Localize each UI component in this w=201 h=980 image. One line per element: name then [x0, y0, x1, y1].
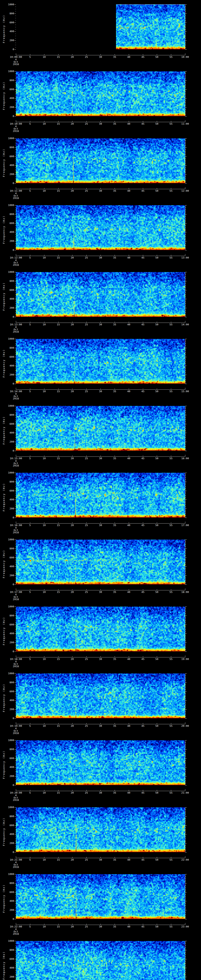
y-tick-label: 0 [5, 115, 14, 118]
time-tick-label: 20 [69, 524, 76, 527]
y-tick-label: 400 [5, 97, 14, 99]
y-minor-tick-right [185, 437, 186, 438]
y-tick-label: 0 [5, 918, 14, 920]
time-tick-label: 10 [41, 190, 48, 192]
time-tick-label: 15 [55, 524, 62, 527]
time-tick [171, 188, 171, 189]
time-tick-label: 20 [69, 926, 76, 928]
y-tick-label: 1000 [5, 137, 14, 140]
y-major-tick-right [185, 616, 187, 616]
y-major-tick [14, 633, 16, 634]
time-tick-label: 35 [111, 524, 118, 527]
y-tick-label: 600 [5, 557, 14, 559]
time-tick [44, 455, 45, 457]
y-tick-label: 200 [5, 574, 14, 577]
y-tick-label: 0 [5, 583, 14, 585]
y-major-tick-right [185, 424, 187, 424]
time-tick [171, 255, 171, 256]
y-minor-tick-right [185, 544, 186, 544]
time-tick-label: 30 [97, 56, 104, 58]
y-major-tick [14, 272, 16, 272]
y-major-tick [14, 308, 16, 308]
time-tick [143, 656, 143, 657]
y-major-tick-right [185, 767, 187, 767]
y-minor-tick-right [185, 382, 186, 382]
time-tick-label: 50 [153, 123, 160, 125]
plot-right-border [185, 406, 185, 451]
time-tick-label: 5 [27, 658, 34, 660]
y-axis-title: Frequency (Hz) [3, 81, 5, 110]
y-minor-tick-right [185, 781, 186, 781]
time-tick-label: 45 [140, 658, 146, 660]
time-tick [100, 857, 101, 858]
time-tick-label: 55 [168, 256, 174, 259]
time-tick [58, 388, 59, 390]
y-axis-title: Frequency (Hz) [3, 617, 5, 645]
y-minor-tick-right [185, 640, 186, 641]
y-tick-label: 800 [5, 882, 14, 885]
y-major-tick [14, 549, 16, 549]
time-tick-label: 50 [153, 591, 160, 593]
y-minor-tick-right [185, 486, 186, 487]
axis-end-time-label: 22:00 [178, 859, 192, 861]
time-tick [100, 388, 101, 390]
time-tick-label: 15 [55, 123, 62, 125]
y-minor-tick [15, 43, 16, 43]
y-tick-label: 800 [5, 681, 14, 684]
time-tick [171, 857, 171, 858]
y-major-tick [14, 40, 16, 41]
y-major-tick [14, 807, 16, 808]
y-minor-tick [15, 16, 16, 16]
time-tick [100, 321, 101, 323]
y-tick-label: 400 [5, 30, 14, 33]
time-tick [129, 121, 129, 122]
time-tick-label: 30 [97, 859, 104, 861]
y-minor-tick-right [185, 751, 186, 752]
y-minor-tick-right [185, 479, 186, 480]
y-minor-tick-right [185, 966, 186, 966]
y-tick-label: 400 [5, 164, 14, 166]
spectrogram-canvas [116, 5, 185, 49]
y-minor-tick-right [185, 714, 186, 714]
spectrogram-canvas [16, 941, 185, 980]
y-minor-tick-right [185, 504, 186, 504]
y-minor-tick-right [185, 370, 186, 371]
axis-end-time-label: 21:00 [178, 792, 192, 794]
time-tick [129, 790, 129, 791]
time-tick [129, 857, 129, 858]
y-tick-label: 400 [5, 967, 14, 969]
y-minor-tick-right [185, 181, 186, 181]
y-minor-tick-right [185, 417, 186, 417]
time-tick-label: 50 [153, 792, 160, 794]
axis-end-time-label: 14:00 [178, 323, 192, 326]
time-tick-label: 5 [27, 591, 34, 593]
y-minor-tick-right [185, 830, 186, 830]
time-tick-label: 20 [69, 859, 76, 861]
y-major-tick [14, 205, 16, 205]
time-tick-label: 55 [168, 56, 174, 58]
y-tick-label: 400 [5, 833, 14, 835]
axis-date-label: 2016 [5, 866, 27, 868]
spectrogram-canvas [16, 607, 185, 652]
time-tick-label: 40 [125, 792, 132, 794]
plot-right-border [185, 607, 185, 652]
time-tick [171, 656, 171, 657]
time-tick-label: 30 [97, 256, 104, 259]
time-tick-label: 55 [168, 926, 174, 928]
y-major-tick-right [185, 482, 187, 482]
time-tick-label: 55 [168, 859, 174, 861]
time-tick-label: 25 [83, 323, 90, 326]
y-minor-tick-right [185, 772, 186, 772]
y-minor-tick-right [185, 105, 186, 105]
time-tick-label: 30 [97, 658, 104, 660]
axis-date-label: 2016 [5, 531, 27, 534]
axis-end-time-label: 16:00 [178, 457, 192, 460]
y-minor-tick-right [185, 975, 186, 975]
y-minor-tick-right [185, 948, 186, 948]
time-tick-label: 35 [111, 658, 118, 660]
time-tick-label: 45 [140, 725, 146, 727]
y-minor-tick-right [185, 703, 186, 703]
axis-date-label: 2016 [5, 933, 27, 935]
time-tick [143, 188, 143, 189]
time-axis-line [16, 858, 185, 858]
